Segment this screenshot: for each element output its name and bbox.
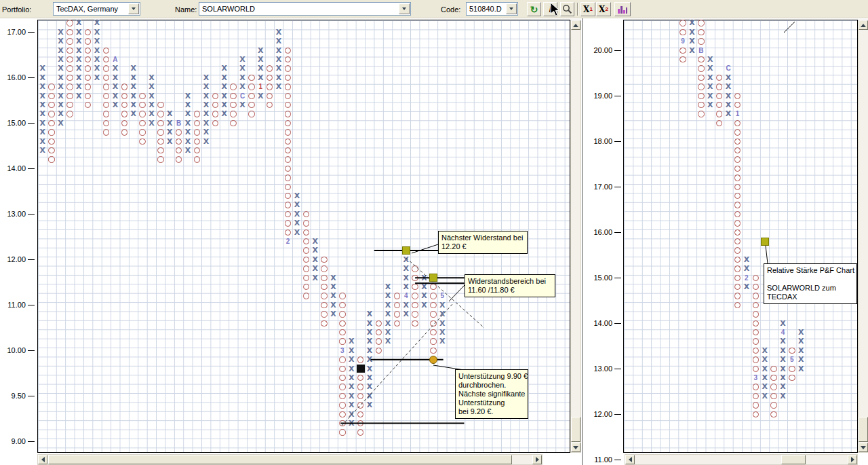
pf-x-symbol: X xyxy=(706,64,715,73)
pf-chart-1-button[interactable]: X1 xyxy=(580,2,595,16)
marker-gold[interactable] xyxy=(429,356,437,364)
pf-x-symbol: X xyxy=(201,92,210,100)
pf-o-symbol xyxy=(48,156,54,162)
y-axis-tick: 20.00 xyxy=(588,46,622,54)
pf-x-symbol: X xyxy=(183,100,192,109)
pf-x-symbol: X xyxy=(38,119,47,128)
pf-x-symbol: X xyxy=(365,401,374,409)
pf-o-symbol xyxy=(753,275,759,281)
pf-o-symbol xyxy=(285,220,291,226)
pf-x-symbol: X xyxy=(201,109,210,118)
pf-x-symbol: X xyxy=(329,310,338,318)
pf-x-symbol: X xyxy=(56,92,65,100)
pf-o-symbol xyxy=(248,111,254,117)
histogram-view-button[interactable] xyxy=(614,2,631,16)
pf-x-symbol: X xyxy=(401,282,410,291)
pf-o-symbol xyxy=(194,156,200,162)
pf-x-symbol: X xyxy=(75,82,83,91)
marker-olive[interactable] xyxy=(402,246,410,255)
y-axis-tick: 9.50 xyxy=(0,392,35,400)
horizontal-scrollbar-thumb[interactable] xyxy=(48,455,512,464)
pf-x-symbol: X xyxy=(129,92,138,100)
pf-o-symbol xyxy=(412,320,418,327)
y-axis-tick: 18.00 xyxy=(588,137,622,145)
pf-o-symbol xyxy=(48,129,54,135)
scroll-down-button[interactable] xyxy=(859,443,868,452)
pf-x-symbol: X xyxy=(92,18,101,27)
horizontal-scrollbar-thumb[interactable] xyxy=(781,455,806,464)
scroll-up-button[interactable] xyxy=(859,20,868,30)
pf-o-symbol xyxy=(357,384,363,390)
scroll-left-button[interactable] xyxy=(38,455,47,464)
pf-x-symbol: X xyxy=(706,73,715,82)
pf-o-symbol xyxy=(430,311,436,317)
pf-o-symbol xyxy=(103,111,109,117)
scroll-right-button[interactable] xyxy=(532,455,542,464)
pf-o-symbol xyxy=(716,83,722,90)
month-label: 2 xyxy=(742,274,751,282)
month-label: 9 xyxy=(678,37,687,45)
pf-o-symbol xyxy=(157,147,163,153)
pf-x-symbol: X xyxy=(383,337,392,346)
pf-x-symbol: X xyxy=(365,373,374,382)
annotation-callout: Unterstützung 9.90 €durchbrochen.Nächste… xyxy=(455,369,528,419)
pf-x-symbol: X xyxy=(688,37,696,45)
pf-o-symbol xyxy=(339,402,345,408)
vertical-scrollbar-thumb[interactable] xyxy=(859,417,868,442)
pf-o-symbol xyxy=(303,275,309,281)
arrow-up-icon xyxy=(573,24,578,27)
name-select[interactable]: SOLARWORLD xyxy=(199,2,411,16)
pf-x-symbol: X xyxy=(147,82,156,91)
pf-o-symbol xyxy=(394,311,400,317)
pf-o-symbol xyxy=(412,311,418,317)
pf-x-symbol: X xyxy=(706,55,715,64)
pf-o-symbol xyxy=(339,375,345,381)
pf-o-symbol xyxy=(66,102,73,108)
pf-chart-2-button[interactable]: X2 xyxy=(596,2,611,16)
vertical-scrollbar[interactable] xyxy=(858,20,868,453)
pf-x-symbol: X xyxy=(201,73,210,82)
pf-x-symbol: X xyxy=(329,301,338,310)
pf-x-symbol: X xyxy=(56,73,65,82)
y-axis-tick: 16.00 xyxy=(588,228,622,236)
scroll-left-button[interactable] xyxy=(625,455,635,464)
pf-chart-main[interactable]: XXXXXXXXXXXXXXXXXXXXXXXXXXXXXXXXXXXXXXXX… xyxy=(37,20,570,453)
pf-o-symbol xyxy=(698,111,704,117)
vertical-scrollbar[interactable] xyxy=(570,20,581,453)
pf-x-symbol: X xyxy=(75,37,83,45)
pf-o-symbol xyxy=(230,111,236,117)
portfolio-select[interactable]: TecDAX, Germany xyxy=(53,2,140,16)
scroll-down-button[interactable] xyxy=(571,443,580,452)
pf-o-symbol xyxy=(698,93,704,99)
pf-o-symbol xyxy=(679,56,686,62)
code-dropdown-button[interactable] xyxy=(506,3,517,14)
zoom-button[interactable] xyxy=(560,2,574,16)
scroll-right-button[interactable] xyxy=(848,455,857,464)
pf-o-symbol xyxy=(789,375,795,381)
name-dropdown-button[interactable] xyxy=(399,3,410,14)
month-label: 3 xyxy=(338,346,347,355)
pf-o-symbol xyxy=(430,329,436,335)
code-select[interactable]: 510840.D xyxy=(466,2,518,16)
pf-o-symbol xyxy=(753,384,759,390)
marker-black[interactable] xyxy=(357,365,365,373)
marker-olive[interactable] xyxy=(429,274,437,282)
pf-o-symbol xyxy=(285,138,291,145)
marker-olive[interactable] xyxy=(761,238,769,246)
refresh-button[interactable]: ↻ xyxy=(527,2,541,16)
vertical-scrollbar-thumb[interactable] xyxy=(571,417,580,442)
pf-chart-relative-strength[interactable]: 9XXXXBXXXXXXXXXXXC1X2XX3XXXXXXXXXXXXX4X5… xyxy=(623,20,858,453)
pf-o-symbol xyxy=(716,111,722,117)
horizontal-scrollbar[interactable] xyxy=(37,454,542,465)
pf-x-symbol: X xyxy=(201,119,210,128)
portfolio-dropdown-button[interactable] xyxy=(128,3,139,14)
scroll-up-button[interactable] xyxy=(571,20,580,30)
pf-o-symbol xyxy=(339,320,345,327)
horizontal-scrollbar[interactable] xyxy=(625,454,858,465)
pf-x-symbol: X xyxy=(347,337,356,346)
pf-x-symbol: X xyxy=(760,365,769,373)
pf-o-symbol xyxy=(176,129,182,135)
pf-o-symbol xyxy=(753,393,759,399)
pf-x-symbol: X xyxy=(688,28,696,37)
pf-x-symbol: X xyxy=(420,274,429,282)
